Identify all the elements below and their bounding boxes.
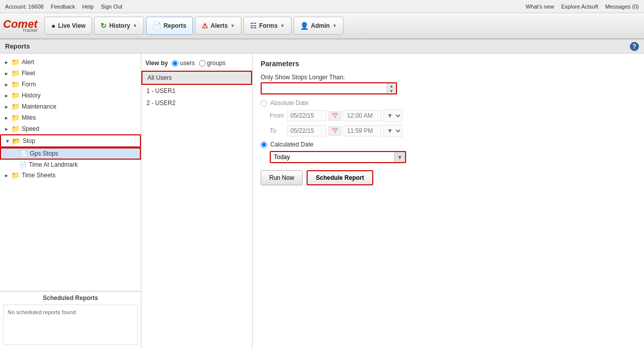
stops-param-row: Only Show Stops Longer Than: ▲ ▼ — [261, 74, 636, 94]
tree-item-gps-stops[interactable]: 📄 Gps Stops — [0, 147, 141, 160]
user-list-user2[interactable]: 2 - USER2 — [141, 97, 252, 109]
logo-area: Comet Tracker — [3, 19, 37, 33]
calc-date-arrow-btn[interactable]: ▼ — [394, 152, 405, 162]
tree-label-time-at-landmark: Time At Landmark — [29, 161, 78, 168]
toggle-icon: ► — [4, 126, 9, 132]
to-time-select[interactable]: ▼ — [383, 125, 403, 137]
stops-spinner: ▲ ▼ — [386, 83, 396, 93]
view-by-label: View by — [145, 60, 168, 67]
nav-admin-label: Admin — [311, 22, 330, 29]
logo: Comet Tracker — [3, 19, 37, 33]
scheduled-reports-content: No scheduled reports found — [3, 305, 138, 345]
radio-users-input[interactable] — [172, 60, 178, 67]
toggle-icon: ► — [4, 82, 9, 87]
stops-label: Only Show Stops Longer Than: — [261, 74, 636, 81]
radio-users[interactable]: users — [172, 60, 194, 67]
tree-label-gps-stops: Gps Stops — [30, 150, 58, 157]
tree-label-alert: Alert — [22, 59, 34, 66]
toggle-icon: ► — [4, 104, 9, 110]
absolute-date-section: Absolute Date From 📅 ▼ To 📅 — [261, 100, 636, 137]
explore-link[interactable]: Explore Actsoft — [561, 4, 598, 10]
tree-item-stop[interactable]: ▼ 📂 Stop — [0, 134, 141, 147]
help-link[interactable]: Help — [82, 4, 94, 10]
nav-liveview-button[interactable]: ● Live View — [44, 17, 92, 35]
stops-spinner-up[interactable]: ▲ — [387, 83, 396, 88]
feedback-link[interactable]: Feedback — [51, 4, 75, 10]
calc-date-select-wrapper: Today Yesterday This Week Last Week This… — [270, 151, 406, 163]
sidebar: ► 📁 Alert ► 📁 Fleet ► 📁 Form — [0, 54, 141, 348]
whats-new-link[interactable]: What's new — [525, 4, 554, 10]
folder-icon: 📁 — [11, 58, 20, 66]
from-time-input[interactable] — [343, 110, 381, 121]
doc-icon: 📄 — [19, 161, 27, 168]
params-title: Parameters — [261, 60, 636, 68]
radio-groups[interactable]: groups — [199, 60, 226, 67]
top-bar: Account: 16608 Feedback Help Sign Out Wh… — [0, 0, 644, 13]
tree-item-speed[interactable]: ► 📁 Speed — [0, 123, 141, 134]
calc-date-row: Today Yesterday This Week Last Week This… — [261, 151, 636, 163]
schedule-report-button[interactable]: Schedule Report — [307, 170, 373, 185]
nav-admin-button[interactable]: 👤 Admin ▼ — [293, 17, 343, 35]
help-icon[interactable]: ? — [630, 42, 639, 51]
forms-icon: ☷ — [250, 22, 257, 30]
folder-open-icon: 📂 — [12, 137, 21, 145]
radio-groups-input[interactable] — [199, 60, 206, 67]
signout-link[interactable]: Sign Out — [101, 4, 122, 10]
calculated-date-label[interactable]: Calculated Date — [270, 141, 313, 148]
nav-alerts-button[interactable]: ⚠ Alerts ▼ — [195, 17, 241, 35]
tree-label-miles: Miles — [22, 114, 36, 121]
nav-history-button[interactable]: ↻ History ▼ — [94, 17, 143, 35]
tree-item-maintenance[interactable]: ► 📁 Maintenance — [0, 101, 141, 112]
forms-chevron-icon: ▼ — [280, 23, 285, 28]
nav-reports-label: Reports — [164, 22, 186, 29]
calc-date-select[interactable]: Today Yesterday This Week Last Week This… — [271, 152, 394, 162]
main-layout: ► 📁 Alert ► 📁 Fleet ► 📁 Form — [0, 54, 644, 348]
folder-icon: 📁 — [11, 69, 20, 77]
stops-input[interactable] — [262, 83, 386, 93]
tree-label-maintenance: Maintenance — [22, 103, 57, 110]
alerts-icon: ⚠ — [202, 22, 208, 30]
to-date-input[interactable] — [287, 125, 326, 136]
from-time-select[interactable]: ▼ — [383, 110, 403, 122]
tree-item-miles[interactable]: ► 📁 Miles — [0, 112, 141, 123]
stops-spinner-down[interactable]: ▼ — [387, 88, 396, 93]
calculated-date-section: Calculated Date Today Yesterday This Wee… — [261, 141, 636, 163]
tree-area: ► 📁 Alert ► 📁 Fleet ► 📁 Form — [0, 54, 141, 291]
messages-link[interactable]: Messages (0) — [605, 4, 639, 10]
tree-item-time-at-landmark[interactable]: 📄 Time At Landmark — [0, 160, 141, 170]
nav-reports-button[interactable]: 📄 Reports — [146, 17, 193, 35]
scheduled-reports-section: Scheduled Reports No scheduled reports f… — [0, 291, 141, 348]
tree-item-time-sheets[interactable]: ► 📁 Time Sheets — [0, 170, 141, 181]
folder-icon: 📁 — [11, 91, 20, 100]
user-list-all-users[interactable]: All Users — [141, 71, 252, 85]
tree-label-fleet: Fleet — [22, 70, 35, 77]
to-time-input[interactable] — [343, 125, 381, 136]
absolute-date-radio[interactable] — [261, 100, 267, 107]
toggle-icon: ► — [4, 60, 9, 65]
user-label-2: 2 - USER2 — [146, 100, 175, 107]
run-now-button[interactable]: Run Now — [261, 170, 303, 185]
nav-forms-button[interactable]: ☷ Forms ▼ — [243, 17, 291, 35]
nav-alerts-label: Alerts — [211, 22, 228, 29]
scheduled-reports-empty: No scheduled reports found — [8, 309, 76, 315]
tree-item-alert[interactable]: ► 📁 Alert — [0, 57, 141, 68]
tree-label-speed: Speed — [22, 125, 39, 132]
absolute-date-title-row: Absolute Date — [261, 100, 636, 107]
to-cal-icon[interactable]: 📅 — [328, 126, 341, 136]
from-date-input[interactable] — [287, 110, 326, 121]
from-cal-icon[interactable]: 📅 — [328, 111, 341, 121]
absolute-date-label[interactable]: Absolute Date — [270, 100, 308, 107]
tree-item-form[interactable]: ► 📁 Form — [0, 79, 141, 90]
tree-item-history[interactable]: ► 📁 History — [0, 90, 141, 101]
user-list-user1[interactable]: 1 - USER1 — [141, 85, 252, 97]
toggle-icon: ► — [4, 115, 9, 121]
tree-label-stop: Stop — [23, 137, 35, 144]
folder-icon: 📁 — [11, 171, 20, 179]
tree-item-fleet[interactable]: ► 📁 Fleet — [0, 68, 141, 79]
nav-bar: Comet Tracker ● Live View ↻ History ▼ 📄 … — [0, 13, 644, 39]
nav-forms-label: Forms — [259, 22, 278, 29]
nav-history-label: History — [109, 22, 130, 29]
top-bar-left: Account: 16608 Feedback Help Sign Out — [5, 4, 122, 10]
from-label: From — [270, 112, 285, 119]
calculated-date-radio[interactable] — [261, 141, 267, 148]
